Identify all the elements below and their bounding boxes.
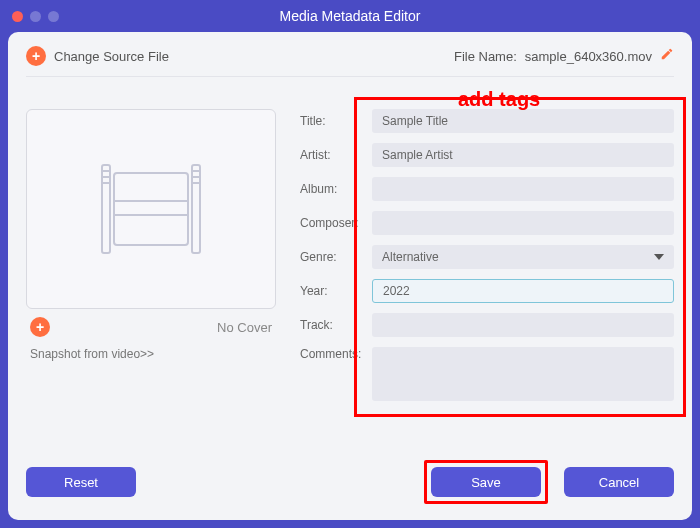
filename-group: File Name: sample_640x360.mov xyxy=(454,47,674,65)
row-comments: Comments: xyxy=(300,347,674,401)
filename-label: File Name: xyxy=(454,49,517,64)
no-cover-label: No Cover xyxy=(217,320,272,335)
content-panel: + Change Source File File Name: sample_6… xyxy=(8,32,692,520)
composer-label: Composer: xyxy=(300,216,372,230)
annotation-add-tags: add tags xyxy=(458,88,540,111)
window-title: Media Metadata Editor xyxy=(0,8,700,24)
change-source-label: Change Source File xyxy=(54,49,169,64)
form-column: Title: Artist: Album: Composer: Genre: A… xyxy=(300,109,674,411)
footer: Reset Save Cancel xyxy=(26,460,674,504)
plus-icon: + xyxy=(26,46,46,66)
row-composer: Composer: xyxy=(300,211,674,235)
cover-column: + No Cover Snapshot from video>> xyxy=(26,109,276,411)
edit-filename-icon[interactable] xyxy=(660,47,674,65)
annotation-save-highlight: Save xyxy=(424,460,548,504)
cancel-button[interactable]: Cancel xyxy=(564,467,674,497)
artist-label: Artist: xyxy=(300,148,372,162)
track-label: Track: xyxy=(300,318,372,332)
row-year: Year: xyxy=(300,279,674,303)
cover-preview xyxy=(26,109,276,309)
genre-select[interactable]: Alternative xyxy=(372,245,674,269)
row-genre: Genre: Alternative xyxy=(300,245,674,269)
composer-input[interactable] xyxy=(372,211,674,235)
title-label: Title: xyxy=(300,114,372,128)
add-cover-button[interactable]: + xyxy=(30,317,50,337)
row-track: Track: xyxy=(300,313,674,337)
track-input[interactable] xyxy=(372,313,674,337)
row-artist: Artist: xyxy=(300,143,674,167)
genre-label: Genre: xyxy=(300,250,372,264)
save-button[interactable]: Save xyxy=(431,467,541,497)
comments-label: Comments: xyxy=(300,347,372,361)
no-cover-row: + No Cover xyxy=(26,309,276,337)
album-input[interactable] xyxy=(372,177,674,201)
artist-input[interactable] xyxy=(372,143,674,167)
footer-right: Save Cancel xyxy=(424,460,674,504)
title-input[interactable] xyxy=(372,109,674,133)
reset-button[interactable]: Reset xyxy=(26,467,136,497)
row-album: Album: xyxy=(300,177,674,201)
change-source-button[interactable]: + Change Source File xyxy=(26,46,169,66)
year-label: Year: xyxy=(300,284,372,298)
chevron-down-icon xyxy=(654,254,664,260)
snapshot-link[interactable]: Snapshot from video>> xyxy=(26,337,276,361)
titlebar: Media Metadata Editor xyxy=(0,0,700,32)
main-columns: + No Cover Snapshot from video>> Title: … xyxy=(26,77,674,411)
row-title: Title: xyxy=(300,109,674,133)
genre-value: Alternative xyxy=(382,250,439,264)
header-row: + Change Source File File Name: sample_6… xyxy=(26,46,674,77)
year-input[interactable] xyxy=(372,279,674,303)
filename-value: sample_640x360.mov xyxy=(525,49,652,64)
film-icon xyxy=(101,164,201,254)
comments-input[interactable] xyxy=(372,347,674,401)
album-label: Album: xyxy=(300,182,372,196)
